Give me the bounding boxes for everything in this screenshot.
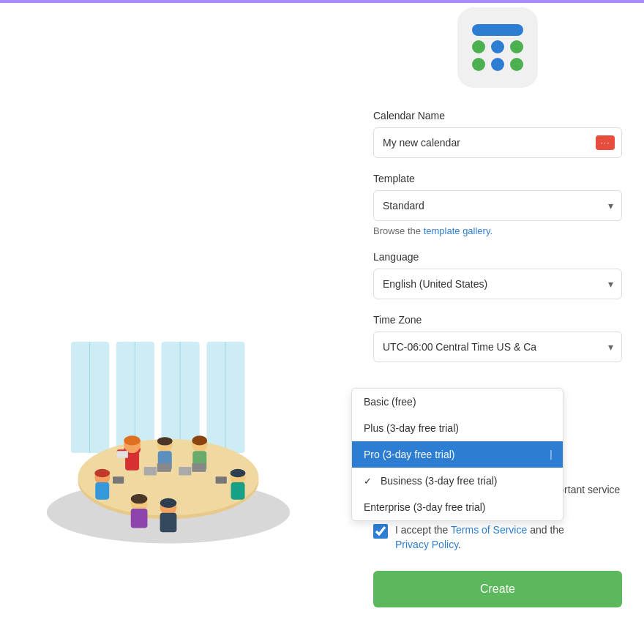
svg-rect-20: [157, 463, 171, 471]
cal-dot-4: [472, 58, 485, 71]
calendar-dots-row-2: [472, 58, 523, 71]
svg-rect-28: [113, 476, 124, 484]
template-select-wrapper: Standard Blank Business ▾: [373, 190, 622, 221]
page-container: Calendar Name ··· Template Standard Blan…: [0, 0, 644, 644]
svg-rect-38: [216, 476, 227, 484]
cal-dot-1: [472, 40, 485, 53]
tos-checkbox-group: I accept the Terms of Service and the Pr…: [373, 523, 622, 552]
calendar-icon: [457, 7, 538, 88]
plan-enterprise-option[interactable]: Enterprise (3-day free trial): [352, 494, 563, 520]
template-gallery-link[interactable]: template gallery.: [424, 225, 493, 236]
create-button[interactable]: Create: [373, 571, 622, 607]
input-dots: ···: [600, 138, 610, 148]
svg-rect-34: [160, 513, 177, 533]
svg-rect-37: [231, 482, 245, 500]
plan-basic-option[interactable]: Basic (free): [352, 389, 563, 415]
svg-point-26: [94, 469, 110, 477]
calendar-name-input[interactable]: [373, 127, 622, 158]
plan-business-option[interactable]: Business (3-day free trial): [352, 468, 563, 494]
calendar-icon-wrapper: [373, 7, 622, 88]
svg-point-36: [231, 469, 246, 477]
template-field-group: Template Standard Blank Business ▾ Brows…: [373, 173, 622, 236]
cal-dot-5: [491, 58, 504, 71]
svg-point-22: [192, 435, 207, 445]
svg-rect-16: [117, 451, 128, 458]
left-panel: [0, 0, 351, 644]
privacy-link[interactable]: Privacy Policy: [395, 539, 458, 550]
calendar-top-bar: [472, 24, 523, 36]
cal-dot-2: [491, 40, 504, 53]
svg-rect-27: [95, 482, 109, 500]
svg-point-14: [124, 435, 141, 445]
language-label: Language: [373, 251, 622, 263]
template-label: Template: [373, 173, 622, 184]
language-field-group: Language English (United States) English…: [373, 251, 622, 299]
timezone-select[interactable]: UTC-06:00 Central Time US & Ca UTC-05:00…: [373, 332, 622, 362]
calendar-name-label: Calendar Name: [373, 110, 622, 121]
tos-link[interactable]: Terms of Service: [451, 524, 527, 536]
illustration: [29, 322, 307, 556]
timezone-label: Time Zone: [373, 314, 622, 326]
tos-label: I accept the Terms of Service and the Pr…: [395, 523, 564, 552]
svg-rect-24: [192, 463, 206, 471]
cal-dot-3: [510, 40, 523, 53]
timezone-field-group: Time Zone UTC-06:00 Central Time US & Ca…: [373, 314, 622, 362]
calendar-dots-row-1: [472, 40, 523, 53]
timezone-select-wrapper: UTC-06:00 Central Time US & Ca UTC-05:00…: [373, 332, 622, 362]
template-select[interactable]: Standard Blank Business: [373, 190, 622, 221]
svg-rect-31: [131, 509, 148, 528]
plan-plus-option[interactable]: Plus (3-day free trial): [352, 415, 563, 441]
template-helper-text: Browse the template gallery.: [373, 225, 622, 236]
svg-point-33: [160, 498, 177, 508]
cal-dot-6: [510, 58, 523, 71]
svg-point-30: [131, 494, 148, 503]
language-select-wrapper: English (United States) English (UK) Spa…: [373, 269, 622, 299]
meeting-illustration: [29, 322, 307, 556]
plan-dropdown: Basic (free) Plus (3-day free trial) Pro…: [351, 388, 564, 521]
tos-checkbox[interactable]: [373, 524, 388, 539]
svg-point-18: [157, 437, 173, 445]
svg-rect-39: [144, 467, 157, 475]
language-select[interactable]: English (United States) English (UK) Spa…: [373, 269, 622, 299]
calendar-name-field-group: Calendar Name ···: [373, 110, 622, 158]
right-panel: Calendar Name ··· Template Standard Blan…: [351, 0, 644, 644]
cursor-indicator: │: [549, 450, 554, 459]
calendar-name-icon: ···: [596, 135, 615, 150]
calendar-name-input-wrapper: ···: [373, 127, 622, 158]
svg-rect-40: [179, 467, 191, 475]
plan-pro-option[interactable]: Pro (3-day free trial) │: [352, 441, 563, 468]
